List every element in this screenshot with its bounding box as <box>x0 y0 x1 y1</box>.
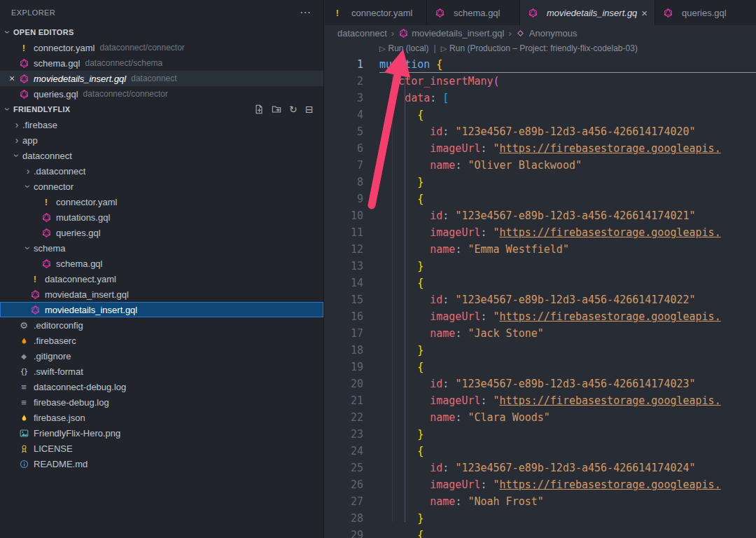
open-editor-item-moviedetails-insert-gql[interactable]: ×moviedetails_insert.gqldataconnect <box>0 71 323 86</box>
tree-item-friendlyflix-hero-png[interactable]: FriendlyFlix-Hero.png <box>0 425 323 441</box>
tree-item-firebase[interactable]: ›.firebase <box>0 117 323 132</box>
code-line-content[interactable]: name: "Oliver Blackwood" <box>379 157 756 174</box>
code-line: 22 name: "Clara Woods" <box>325 409 756 426</box>
code-line-content[interactable]: imageUrl: "https://firebasestorage.googl… <box>379 140 756 157</box>
tree-item-dataconnect-debug-log[interactable]: ≡dataconnect-debug.log <box>0 379 323 394</box>
graphql-icon <box>41 227 52 238</box>
folder-name: dataconnect <box>22 151 72 161</box>
breadcrumb-item-file[interactable]: moviedetails_insert.gql <box>398 28 504 39</box>
code-line-content[interactable]: id: "123e4567-e89b-12d3-a456-42661417402… <box>379 291 756 308</box>
code-editor[interactable]: 1mutation {2 actor_insertMany(3 data: [4… <box>325 56 756 538</box>
code-line-content[interactable]: imageUrl: "https://firebasestorage.googl… <box>379 224 756 241</box>
more-actions-icon[interactable]: ⋯ <box>300 6 311 19</box>
refresh-icon[interactable]: ↻ <box>289 104 298 115</box>
tree-item-license[interactable]: LICENSE <box>0 441 323 456</box>
tab-connector-yaml[interactable]: !connector.yaml <box>325 0 427 25</box>
tree-item-readme-md[interactable]: README.md <box>0 456 323 471</box>
tree-item-swift-format[interactable]: {}.swift-format <box>0 364 323 379</box>
folder-name: schema <box>34 243 66 254</box>
code-line-content[interactable]: imageUrl: "https://firebasestorage.googl… <box>379 392 756 409</box>
code-line: 9 { <box>325 191 756 207</box>
tree-item-firebase-json[interactable]: firebase.json <box>0 410 323 425</box>
code-line-content[interactable]: { <box>379 527 756 538</box>
code-line-content[interactable]: id: "123e4567-e89b-12d3-a456-42661417402… <box>379 123 756 140</box>
tree-item-gitignore[interactable]: ◆.gitignore <box>0 348 323 364</box>
tree-item-connector-yaml[interactable]: !connector.yaml <box>0 194 323 209</box>
code-line-content[interactable]: name: "Emma Westfield" <box>379 241 756 258</box>
code-line-content[interactable]: } <box>379 342 756 359</box>
tree-item-moviedata-insert-gql[interactable]: moviedata_insert.gql <box>0 287 323 302</box>
open-editor-item-connector-yaml[interactable]: !connector.yamldataconnect/connector <box>0 40 323 55</box>
code-line-content[interactable]: { <box>379 275 756 291</box>
new-file-icon[interactable] <box>254 104 264 114</box>
tree-item-dataconnect-yaml[interactable]: !dataconnect.yaml <box>0 271 323 287</box>
license-icon <box>18 443 29 454</box>
tree-item-editorconfig[interactable]: ⚙.editorconfig <box>0 317 323 333</box>
url-link[interactable]: https://firebasestorage.googleapis. <box>500 478 721 491</box>
code-line-content[interactable]: mutation { <box>379 56 756 73</box>
tree-item-connector[interactable]: ›connector <box>0 179 323 194</box>
new-folder-icon[interactable] <box>272 104 281 114</box>
breadcrumb-label: dataconnect <box>337 28 387 39</box>
code-line-content[interactable]: } <box>379 258 756 275</box>
tree-item-dataconnect[interactable]: ›.dataconnect <box>0 163 323 179</box>
file-name: connector.yaml <box>56 197 117 207</box>
code-line: 7 name: "Oliver Blackwood" <box>325 157 756 174</box>
tab-moviedetails-insert-gql[interactable]: moviedetails_insert.gql× <box>520 0 655 25</box>
close-icon[interactable]: × <box>6 73 18 84</box>
tab-queries-gql[interactable]: queries.gql <box>655 0 756 25</box>
tree-item-firebase-debug-log[interactable]: ≡firebase-debug.log <box>0 394 323 410</box>
line-number: 13 <box>325 258 379 275</box>
line-number: 17 <box>325 325 379 342</box>
code-line-content[interactable]: imageUrl: "https://firebasestorage.googl… <box>379 476 756 493</box>
breadcrumb-separator-icon: › <box>508 28 511 39</box>
code-line-content[interactable]: data: [ <box>379 90 756 106</box>
code-line-content[interactable]: name: "Clara Woods" <box>379 409 756 426</box>
tab-schema-gql[interactable]: schema.gql <box>427 0 520 25</box>
open-editor-item-queries-gql[interactable]: queries.gqldataconnect/connector <box>0 86 323 102</box>
close-icon[interactable]: × <box>641 7 648 19</box>
tab-label: schema.gql <box>454 8 500 18</box>
chevron-down-icon: › <box>22 242 34 254</box>
tree-item-schema[interactable]: ›schema <box>0 240 323 256</box>
code-line-content[interactable]: } <box>379 510 756 527</box>
symbol-icon <box>516 28 526 38</box>
code-line-content[interactable]: } <box>379 174 756 191</box>
url-link[interactable]: https://firebasestorage.googleapis. <box>500 394 721 407</box>
code-line-content[interactable]: { <box>379 191 756 207</box>
tree-item-app[interactable]: ›app <box>0 132 323 148</box>
tree-item-queries-gql[interactable]: queries.gql <box>0 225 323 240</box>
url-link[interactable]: https://firebasestorage.googleapis. <box>500 142 721 155</box>
url-link[interactable]: https://firebasestorage.googleapis. <box>500 310 721 323</box>
run-production-button[interactable]: ▷ Run (Production – Project: friendly-fl… <box>441 43 638 53</box>
line-number: 11 <box>325 224 379 241</box>
tree-item-schema-gql[interactable]: schema.gql <box>0 256 323 271</box>
code-line-content[interactable]: id: "123e4567-e89b-12d3-a456-42661417402… <box>379 207 756 224</box>
code-line-content[interactable]: { <box>379 106 756 123</box>
breadcrumb-item-symbol[interactable]: Anonymous <box>516 28 578 39</box>
workspace-header[interactable]: › FRIENDLYFLIX ↻⊟ <box>0 102 323 117</box>
code-line-content[interactable]: id: "123e4567-e89b-12d3-a456-42661417402… <box>379 460 756 476</box>
tree-item-mutations-gql[interactable]: mutations.gql <box>0 209 323 225</box>
tab-bar: !connector.yamlschema.gqlmoviedetails_in… <box>325 0 756 25</box>
code-line-content[interactable]: { <box>379 359 756 375</box>
open-editors-header[interactable]: › OPEN EDITORS <box>0 25 323 40</box>
editor-area: !connector.yamlschema.gqlmoviedetails_in… <box>325 0 756 538</box>
code-line-content[interactable]: name: "Noah Frost" <box>379 493 756 510</box>
tree-item-dataconnect[interactable]: ›dataconnect <box>0 148 323 163</box>
tree-item-moviedetails-insert-gql[interactable]: moviedetails_insert.gql <box>0 302 323 317</box>
breadcrumb-item-dataconnect[interactable]: dataconnect <box>337 28 387 39</box>
code-line-content[interactable]: id: "123e4567-e89b-12d3-a456-42661417402… <box>379 375 756 392</box>
tree-item-firebaserc[interactable]: .firebaserc <box>0 333 323 348</box>
code-line-content[interactable]: name: "Jack Stone" <box>379 325 756 342</box>
run-local-button[interactable]: ▷ Run (local) <box>379 43 429 53</box>
code-line-content[interactable]: actor_insertMany( <box>379 73 756 90</box>
code-line-content[interactable]: { <box>379 443 756 460</box>
tab-label: queries.gql <box>682 8 727 18</box>
code-line-content[interactable]: } <box>379 426 756 443</box>
code-line: 1mutation { <box>325 56 756 73</box>
code-line-content[interactable]: imageUrl: "https://firebasestorage.googl… <box>379 308 756 325</box>
open-editor-item-schema-gql[interactable]: schema.gqldataconnect/schema <box>0 55 323 71</box>
url-link[interactable]: https://firebasestorage.googleapis. <box>500 226 721 239</box>
collapse-all-icon[interactable]: ⊟ <box>305 104 314 115</box>
